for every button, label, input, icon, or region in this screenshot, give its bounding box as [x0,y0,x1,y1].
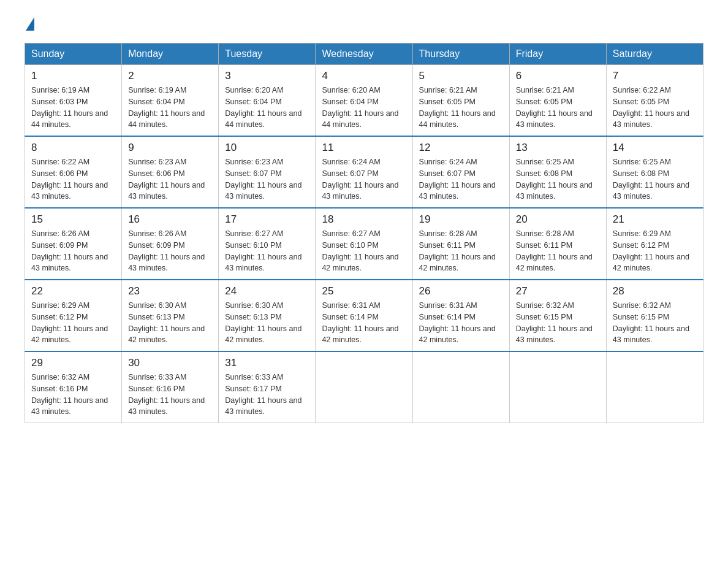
logo-triangle-icon [26,17,34,31]
calendar-table: SundayMondayTuesdayWednesdayThursdayFrid… [25,43,703,423]
day-number: 26 [419,285,503,297]
day-info: Sunrise: 6:27 AMSunset: 6:10 PMDaylight:… [225,228,309,274]
calendar-cell: 7 Sunrise: 6:22 AMSunset: 6:05 PMDayligh… [606,65,703,137]
calendar-cell: 28 Sunrise: 6:32 AMSunset: 6:15 PMDaylig… [606,280,703,351]
day-number: 19 [419,213,503,226]
day-info: Sunrise: 6:29 AMSunset: 6:12 PMDaylight:… [31,300,115,346]
day-number: 9 [128,142,212,154]
day-info: Sunrise: 6:20 AMSunset: 6:04 PMDaylight:… [225,85,309,131]
calendar-week-row: 29 Sunrise: 6:32 AMSunset: 6:16 PMDaylig… [25,351,703,423]
day-of-week-header: Thursday [412,44,509,65]
day-number: 7 [613,70,697,82]
calendar-cell: 23 Sunrise: 6:30 AMSunset: 6:13 PMDaylig… [122,280,219,351]
day-number: 18 [322,213,406,226]
day-info: Sunrise: 6:22 AMSunset: 6:06 PMDaylight:… [31,156,115,202]
calendar-cell: 29 Sunrise: 6:32 AMSunset: 6:16 PMDaylig… [25,351,122,423]
calendar-cell: 22 Sunrise: 6:29 AMSunset: 6:12 PMDaylig… [25,280,122,351]
calendar-cell: 18 Sunrise: 6:27 AMSunset: 6:10 PMDaylig… [316,208,412,280]
logo [25,18,34,31]
day-number: 28 [613,285,697,297]
day-info: Sunrise: 6:19 AMSunset: 6:03 PMDaylight:… [31,85,115,131]
day-number: 1 [31,70,115,82]
day-number: 11 [322,142,406,154]
day-number: 27 [516,285,600,297]
calendar-cell: 6 Sunrise: 6:21 AMSunset: 6:05 PMDayligh… [509,65,606,137]
day-info: Sunrise: 6:25 AMSunset: 6:08 PMDaylight:… [516,156,600,202]
day-info: Sunrise: 6:29 AMSunset: 6:12 PMDaylight:… [613,228,697,274]
day-info: Sunrise: 6:20 AMSunset: 6:04 PMDaylight:… [322,85,406,131]
day-number: 20 [516,213,600,226]
day-info: Sunrise: 6:33 AMSunset: 6:16 PMDaylight:… [128,372,212,418]
calendar-cell: 19 Sunrise: 6:28 AMSunset: 6:11 PMDaylig… [412,208,509,280]
day-number: 3 [225,70,309,82]
day-number: 17 [225,213,309,226]
day-number: 8 [31,142,115,154]
day-info: Sunrise: 6:25 AMSunset: 6:08 PMDaylight:… [613,156,697,202]
day-info: Sunrise: 6:32 AMSunset: 6:15 PMDaylight:… [613,300,697,346]
day-number: 15 [31,213,115,226]
day-of-week-header: Sunday [25,44,122,65]
day-info: Sunrise: 6:28 AMSunset: 6:11 PMDaylight:… [419,228,503,274]
day-info: Sunrise: 6:27 AMSunset: 6:10 PMDaylight:… [322,228,406,274]
day-number: 22 [31,285,115,297]
calendar-cell: 12 Sunrise: 6:24 AMSunset: 6:07 PMDaylig… [412,136,509,208]
day-info: Sunrise: 6:32 AMSunset: 6:15 PMDaylight:… [516,300,600,346]
day-info: Sunrise: 6:24 AMSunset: 6:07 PMDaylight:… [322,156,406,202]
calendar-cell: 20 Sunrise: 6:28 AMSunset: 6:11 PMDaylig… [509,208,606,280]
day-info: Sunrise: 6:21 AMSunset: 6:05 PMDaylight:… [516,85,600,131]
day-of-week-header: Tuesday [219,44,316,65]
calendar-week-row: 15 Sunrise: 6:26 AMSunset: 6:09 PMDaylig… [25,208,703,280]
day-info: Sunrise: 6:19 AMSunset: 6:04 PMDaylight:… [128,85,212,131]
calendar-week-row: 1 Sunrise: 6:19 AMSunset: 6:03 PMDayligh… [25,65,703,137]
day-info: Sunrise: 6:30 AMSunset: 6:13 PMDaylight:… [128,300,212,346]
day-number: 25 [322,285,406,297]
calendar-cell [509,351,606,423]
calendar-cell: 16 Sunrise: 6:26 AMSunset: 6:09 PMDaylig… [122,208,219,280]
page-header [25,18,703,31]
calendar-cell [412,351,509,423]
day-info: Sunrise: 6:30 AMSunset: 6:13 PMDaylight:… [225,300,309,346]
day-of-week-header: Wednesday [316,44,412,65]
day-number: 23 [128,285,212,297]
calendar-cell: 8 Sunrise: 6:22 AMSunset: 6:06 PMDayligh… [25,136,122,208]
calendar-header-row: SundayMondayTuesdayWednesdayThursdayFrid… [25,44,703,65]
calendar-cell: 4 Sunrise: 6:20 AMSunset: 6:04 PMDayligh… [316,65,412,137]
calendar-week-row: 22 Sunrise: 6:29 AMSunset: 6:12 PMDaylig… [25,280,703,351]
day-of-week-header: Friday [509,44,606,65]
day-info: Sunrise: 6:31 AMSunset: 6:14 PMDaylight:… [322,300,406,346]
calendar-cell: 9 Sunrise: 6:23 AMSunset: 6:06 PMDayligh… [122,136,219,208]
day-info: Sunrise: 6:23 AMSunset: 6:07 PMDaylight:… [225,156,309,202]
calendar-cell: 24 Sunrise: 6:30 AMSunset: 6:13 PMDaylig… [219,280,316,351]
day-number: 31 [225,357,309,369]
calendar-week-row: 8 Sunrise: 6:22 AMSunset: 6:06 PMDayligh… [25,136,703,208]
calendar-cell: 31 Sunrise: 6:33 AMSunset: 6:17 PMDaylig… [219,351,316,423]
calendar-cell: 15 Sunrise: 6:26 AMSunset: 6:09 PMDaylig… [25,208,122,280]
day-number: 4 [322,70,406,82]
calendar-cell [316,351,412,423]
day-number: 5 [419,70,503,82]
day-number: 14 [613,142,697,154]
calendar-cell: 2 Sunrise: 6:19 AMSunset: 6:04 PMDayligh… [122,65,219,137]
day-number: 13 [516,142,600,154]
day-number: 6 [516,70,600,82]
day-of-week-header: Monday [122,44,219,65]
calendar-cell: 1 Sunrise: 6:19 AMSunset: 6:03 PMDayligh… [25,65,122,137]
calendar-cell: 11 Sunrise: 6:24 AMSunset: 6:07 PMDaylig… [316,136,412,208]
calendar-cell: 10 Sunrise: 6:23 AMSunset: 6:07 PMDaylig… [219,136,316,208]
day-number: 24 [225,285,309,297]
day-info: Sunrise: 6:28 AMSunset: 6:11 PMDaylight:… [516,228,600,274]
calendar-cell: 3 Sunrise: 6:20 AMSunset: 6:04 PMDayligh… [219,65,316,137]
day-info: Sunrise: 6:21 AMSunset: 6:05 PMDaylight:… [419,85,503,131]
calendar-cell: 26 Sunrise: 6:31 AMSunset: 6:14 PMDaylig… [412,280,509,351]
day-number: 12 [419,142,503,154]
day-info: Sunrise: 6:24 AMSunset: 6:07 PMDaylight:… [419,156,503,202]
day-number: 10 [225,142,309,154]
day-info: Sunrise: 6:31 AMSunset: 6:14 PMDaylight:… [419,300,503,346]
day-number: 29 [31,357,115,369]
day-number: 30 [128,357,212,369]
calendar-cell: 13 Sunrise: 6:25 AMSunset: 6:08 PMDaylig… [509,136,606,208]
day-number: 21 [613,213,697,226]
day-info: Sunrise: 6:23 AMSunset: 6:06 PMDaylight:… [128,156,212,202]
calendar-cell: 5 Sunrise: 6:21 AMSunset: 6:05 PMDayligh… [412,65,509,137]
day-info: Sunrise: 6:33 AMSunset: 6:17 PMDaylight:… [225,372,309,418]
